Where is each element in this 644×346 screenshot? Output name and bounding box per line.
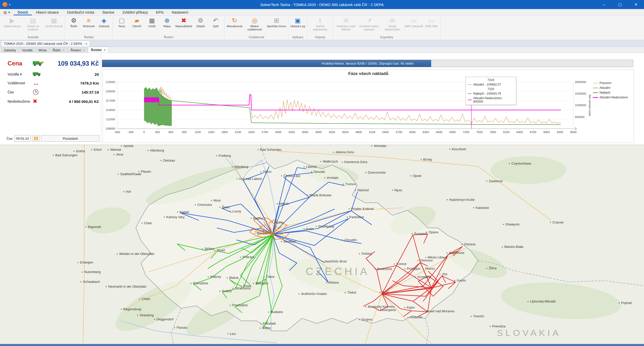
ribbon-button-label: Zpět xyxy=(213,25,219,32)
minimize-button[interactable]: ─ xyxy=(596,0,612,9)
mapa-button[interactable]: ⊕Mapa xyxy=(159,16,175,32)
svg-text:Milevsko: Milevsko xyxy=(256,281,268,285)
legend-label: Nejlepší xyxy=(599,91,610,94)
svg-text:3000: 3000 xyxy=(275,131,281,134)
svg-text:Regensburg: Regensburg xyxy=(123,307,141,311)
nepouzitelne-button[interactable]: ✖Nepoužitelné xyxy=(175,16,193,32)
svg-text:Tanvald: Tanvald xyxy=(313,170,325,174)
svg-text:Oświęcim: Oświęcim xyxy=(505,222,519,226)
svg-text:Weimar: Weimar xyxy=(110,148,122,151)
solver-content: Cena 109 034,93 Kč Vozidla # 20 Vzdáleno… xyxy=(0,53,644,145)
sub-tab-resitel[interactable]: Řešitel× xyxy=(88,47,108,53)
sub-tab-reseni[interactable]: Řešení× xyxy=(68,47,88,53)
ribbon-group-label: Exportéry xyxy=(334,35,439,40)
aktualizovat-button[interactable]: ↻Aktualizovat xyxy=(226,16,243,32)
svg-text:Kolín: Kolín xyxy=(306,227,314,231)
maximize-button[interactable]: ▢ xyxy=(612,0,628,9)
ribbon-group-label: Aplikace xyxy=(290,35,306,40)
cost-phases-chart: 1230001200001170001140001110001080002000… xyxy=(103,69,634,143)
chart-canvas: 1230001200001170001140001110001080002000… xyxy=(103,70,634,143)
svg-text:Písek: Písek xyxy=(243,284,252,288)
sub-tab-bar: ZakázkyVozidlaMístaŘidiči×Řešení×Řešitel… xyxy=(0,47,644,53)
chevron-down-icon[interactable]: ▾ xyxy=(9,3,11,6)
svg-text:Příbram: Příbram xyxy=(243,255,254,259)
svg-text:Altenberg: Altenberg xyxy=(234,165,248,169)
moznosti-button[interactable]: ≡Možnosti xyxy=(81,16,96,32)
nedoruceno-swatch-icon xyxy=(468,100,472,100)
zlepsit-button[interactable]: ⚙Zlepšit xyxy=(193,16,208,32)
ulozit-button[interactable]: ▦Uložit xyxy=(144,16,159,32)
menu-tab-zvlastni-prikazy[interactable]: Zvláštní příkazy xyxy=(118,9,152,15)
close-tab-icon[interactable]: × xyxy=(104,48,106,52)
svg-text:Bad Schandau: Bad Schandau xyxy=(260,148,281,151)
zpet-button[interactable]: ↶Zpět xyxy=(208,16,223,32)
svg-text:Brzeg: Brzeg xyxy=(423,158,432,161)
ribbon-group-label: Vzdálenosti xyxy=(226,35,287,40)
svg-text:Havlíčkův Brod: Havlíčkův Brod xyxy=(325,259,346,263)
menu-tab-domu[interactable]: Domů xyxy=(14,9,32,15)
legend-label: Aktuální-Nedoručeno xyxy=(599,96,628,99)
unserved-label: Neobslouženo xyxy=(8,99,30,103)
menu-tab-distribucni-mista[interactable]: Distribuční místa xyxy=(63,9,98,15)
app-menu-button[interactable]: ▤ ▾ xyxy=(0,9,14,15)
svg-text:Kędzierzyn-Koźle: Kędzierzyn-Koźle xyxy=(449,198,475,202)
svg-text:Cham: Cham xyxy=(142,297,150,301)
sms-drivers-icon: ▭ xyxy=(428,17,434,25)
svg-text:Mladá Boleslav: Mladá Boleslav xyxy=(309,193,332,197)
sub-tab-zakazky[interactable]: Zakázky xyxy=(1,47,19,53)
resit-button[interactable]: ⚙Řešit xyxy=(66,16,81,32)
close-tab-icon[interactable]: × xyxy=(63,48,65,52)
select-situation-icon: ▶ xyxy=(10,17,15,25)
close-button[interactable]: ✕ xyxy=(628,0,644,9)
sub-tab-mista[interactable]: Místa xyxy=(36,47,49,53)
ukazat-log-button[interactable]: ▣Ukázat Log xyxy=(290,16,306,32)
ribbon-group-reseni: ▢Nový▰Otevřít▦Uložit⊕Mapa✖Nepoužitelné⚙Z… xyxy=(113,16,225,40)
pause-button[interactable] xyxy=(32,135,40,142)
map-canvas[interactable]: CZECHIASLOVAKIAApoldaWeimarJenaGothaErfu… xyxy=(0,145,644,344)
novy-button[interactable]: ▢Nový xyxy=(114,16,129,32)
spocitat-znovu-button[interactable]: ⊞Spočítat znovu xyxy=(266,16,287,32)
svg-text:0: 0 xyxy=(143,131,145,134)
otevrit-button[interactable]: ▰Otevřít xyxy=(129,16,144,32)
ribbon-group-label: Importy xyxy=(308,35,332,40)
ribbon-group-importy: ⇓Načíst objednávkyImporty xyxy=(307,16,333,40)
ribbon-button-label: Zlepšit xyxy=(196,25,205,32)
menu-tab-nastaveni[interactable]: Nastavení xyxy=(168,9,192,15)
odeslat-e-mail-ridicum-button: ✉Odeslat e-mail řidičům xyxy=(334,16,357,32)
ecofleet-export-zakazek-button: ⇗Ecofleet export zakázek xyxy=(357,16,381,32)
matice-vzdalenosti-button[interactable]: ◎Matice vzdáleností xyxy=(243,16,266,32)
sub-tab-vozidla[interactable]: Vozidla xyxy=(19,47,35,53)
svg-text:500000: 500000 xyxy=(575,116,584,119)
map-view[interactable]: CZECHIASLOVAKIAApoldaWeimarJenaGothaErfu… xyxy=(0,145,644,344)
menu-tab-stanice[interactable]: Stanice xyxy=(98,9,118,15)
svg-text:Cracow: Cracow xyxy=(552,220,564,224)
sub-tab-label: Zakázky xyxy=(4,48,16,52)
sub-tab-ridici[interactable]: Řidiči× xyxy=(50,47,67,53)
svg-text:Boskovice: Boskovice xyxy=(377,267,392,271)
close-icon[interactable]: × xyxy=(85,42,87,46)
chevron-down-icon: ▾ xyxy=(8,10,10,14)
svg-text:Jindřichův Hradec: Jindřichův Hradec xyxy=(301,292,327,296)
ribbon-button-label: Spočítat znovu xyxy=(267,25,286,32)
menu-tab-kpis[interactable]: KPIs xyxy=(152,9,168,15)
pozastavit-button[interactable]: Pozastavit xyxy=(41,135,99,142)
chart-legend: PracovníAktuálníNejlepšíAktuální-Nedoruč… xyxy=(593,81,634,99)
document-tab[interactable]: TOMKA 2020 - DEMO 350 zakázek celá ČR - … xyxy=(1,41,90,47)
close-tab-icon[interactable]: × xyxy=(83,48,85,52)
progress-text: Probíhá řešení. Iterace 9208 / 15000, Zb… xyxy=(102,60,633,67)
ribbon-group-scenare: ▶Vybrat situaci▤Import ze souboru▦Uložit… xyxy=(2,16,65,40)
improve-gear-icon: ⚙ xyxy=(198,17,203,25)
zobrazit-button[interactable]: ◈Zobrazit xyxy=(96,16,111,32)
svg-text:Domažlice: Domažlice xyxy=(193,281,208,285)
map-horizontal-scrollbar[interactable] xyxy=(0,344,644,346)
elapsed-time-input[interactable] xyxy=(15,135,31,142)
svg-text:Náchod: Náchod xyxy=(357,188,369,192)
menu-tab-hlavni-situace[interactable]: Hlavní situace xyxy=(32,9,63,15)
legend-swatch-icon xyxy=(593,88,598,88)
vybrat-situaci-button: ▶Vybrat situaci xyxy=(3,16,22,32)
legend-swatch-icon xyxy=(593,83,598,84)
svg-text:Klatovy: Klatovy xyxy=(210,275,221,279)
svg-text:Bayreuth: Bayreuth xyxy=(88,225,101,229)
svg-text:3300: 3300 xyxy=(288,131,295,134)
ribbon-group-exportery: ✉Odeslat e-mail řidičům⇗Ecofleet export … xyxy=(333,16,440,40)
